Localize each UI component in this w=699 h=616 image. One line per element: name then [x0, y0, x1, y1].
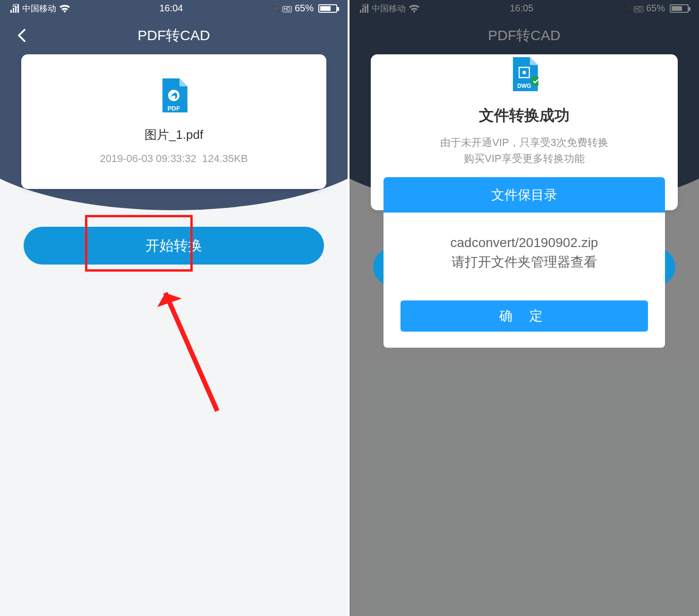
- save-path-dialog: 文件保目录 cadconvert/20190902.zip 请打开文件夹管理器查…: [384, 177, 665, 348]
- back-button[interactable]: [13, 27, 30, 44]
- dwg-file-icon: DWG: [510, 57, 538, 91]
- clock: 16:04: [159, 3, 183, 14]
- svg-text:DWG: DWG: [517, 83, 531, 89]
- phone-left: 4G 中国移动 16:04 📞HD 65% PDF转CAD: [0, 0, 350, 616]
- carrier-label: 中国移动: [22, 3, 56, 14]
- title-bar: PDF转CAD: [0, 17, 348, 54]
- file-card: PDF 图片_1.pdf 2019-06-03 09:33:32 124.35K…: [21, 54, 326, 189]
- svg-rect-1: [13, 8, 14, 13]
- call-hd-icon: 📞HD: [272, 4, 292, 13]
- signal-icon: 4G: [10, 4, 18, 13]
- file-meta: 2019-06-03 09:33:32 124.35KB: [100, 153, 247, 165]
- battery-pct: 65%: [295, 3, 314, 14]
- svg-text:PDF: PDF: [168, 105, 180, 112]
- file-name: 图片_1.pdf: [145, 127, 203, 143]
- dialog-title: 文件保目录: [384, 177, 665, 213]
- start-convert-button[interactable]: 开始转换: [24, 227, 324, 265]
- battery-icon: [318, 4, 337, 13]
- svg-point-13: [522, 71, 526, 74]
- success-subtext: 由于未开通VIP，只享受3次免费转换 购买VIP享受更多转换功能: [412, 135, 637, 179]
- dialog-ok-button[interactable]: 确 定: [401, 300, 648, 332]
- svg-rect-0: [10, 10, 12, 13]
- wifi-icon: [59, 4, 70, 13]
- dialog-hint: 请打开文件夹管理器查看: [401, 253, 648, 271]
- pdf-file-icon: PDF: [160, 78, 188, 112]
- dialog-path: cadconvert/20190902.zip: [401, 235, 648, 250]
- success-headline: 文件转换成功: [479, 105, 570, 126]
- status-bar: 4G 中国移动 16:04 📞HD 65%: [0, 0, 348, 17]
- page-title: PDF转CAD: [137, 26, 210, 45]
- phone-right: 4G 中国移动 16:05 📞HD 65% PDF转CAD: [350, 0, 699, 616]
